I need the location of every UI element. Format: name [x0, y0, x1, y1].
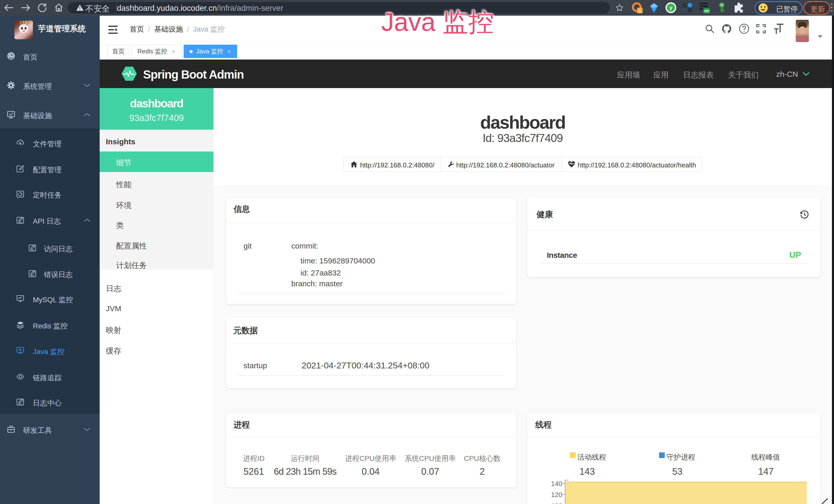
svg-text:y: y — [670, 5, 673, 10]
svg-text:on: on — [704, 9, 709, 13]
svg-text:1: 1 — [639, 8, 641, 13]
